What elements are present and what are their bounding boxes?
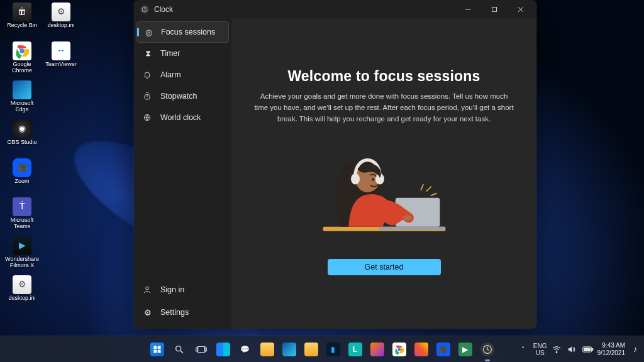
clock-app-window: Clock ◎ Focus sessions ⧗ xyxy=(134,0,536,329)
battery-icon[interactable] xyxy=(582,346,592,353)
taskbar-explorer[interactable] xyxy=(257,339,277,359)
taskbar-green[interactable]: ▶ xyxy=(455,339,475,359)
globe-icon xyxy=(143,113,153,122)
obs-icon: ◉ xyxy=(13,119,31,138)
file-icon: ⚙ xyxy=(13,275,31,294)
taskbar-chrome[interactable] xyxy=(389,339,409,359)
desktop-icon-ini2[interactable]: ⚙desktop.ini xyxy=(3,274,42,313)
nav-focus-sessions[interactable]: ◎ Focus sessions xyxy=(136,21,229,43)
edge-icon xyxy=(282,343,296,356)
nav-timer[interactable]: ⧗ Timer xyxy=(136,43,229,64)
svg-rect-24 xyxy=(153,349,157,353)
nav-alarm[interactable]: Alarm xyxy=(136,64,229,85)
desktop-icon-teams[interactable]: ṪMicrosoft Teams xyxy=(3,196,42,235)
chrome-icon xyxy=(392,343,406,356)
volume-icon[interactable] xyxy=(567,346,577,353)
chrome-icon xyxy=(13,41,31,60)
target-icon: ◎ xyxy=(143,28,153,37)
taskbar-center: 💬 ▮ L 🎥 ▶ xyxy=(147,339,497,359)
desktop: 🗑Recycle Bin Google Chrome Microsoft Edg… xyxy=(0,0,644,362)
taskbar-phone[interactable]: ▮ xyxy=(323,339,343,359)
desktop-icon-obs[interactable]: ◉OBS Studio xyxy=(3,118,42,157)
taskbar-clock-app[interactable] xyxy=(477,339,497,359)
taskbar-zoom[interactable]: 🎥 xyxy=(433,339,453,359)
recycle-bin-icon: 🗑 xyxy=(13,3,31,21)
svg-rect-30 xyxy=(204,348,206,351)
desktop-icon-teamviewer[interactable]: ↔TeamViewer xyxy=(42,40,80,79)
windows-icon xyxy=(150,343,164,356)
svg-rect-25 xyxy=(157,349,160,353)
notifications-button[interactable]: ♪ xyxy=(630,344,640,354)
folder-icon xyxy=(304,343,318,356)
svg-point-10 xyxy=(146,287,149,290)
nav-stopwatch[interactable]: Stopwatch xyxy=(136,85,229,107)
chat-icon: 💬 xyxy=(238,343,252,356)
stopwatch-icon xyxy=(143,92,153,101)
nav-label: Stopwatch xyxy=(160,92,197,101)
get-started-button[interactable]: Get started xyxy=(328,259,441,275)
green-icon: ▶ xyxy=(458,343,472,356)
desktop-icon-zoom[interactable]: 🎥Zoom xyxy=(3,157,42,196)
svg-point-34 xyxy=(556,351,557,353)
nav-sign-in[interactable]: Sign in xyxy=(136,278,229,301)
gear-icon: ⚙ xyxy=(143,308,153,317)
desktop-icon-filmora[interactable]: ▶Wondershare Filmora X xyxy=(3,235,42,274)
nav-label: Settings xyxy=(160,308,189,317)
svg-point-20 xyxy=(372,178,374,182)
svg-rect-28 xyxy=(197,346,205,352)
nav-label: Focus sessions xyxy=(161,28,215,36)
pix-icon xyxy=(414,343,428,356)
page-description: Achieve your goals and get more done wit… xyxy=(253,91,516,124)
language-indicator[interactable]: ENG US xyxy=(533,343,547,356)
taskbar-pix[interactable] xyxy=(411,339,431,359)
chat-button[interactable]: 💬 xyxy=(235,339,255,359)
svg-rect-22 xyxy=(153,346,157,349)
svg-rect-13 xyxy=(379,227,445,230)
zoom-icon: 🎥 xyxy=(436,343,450,356)
app-icon xyxy=(140,5,149,14)
wifi-icon[interactable] xyxy=(552,346,562,353)
search-button[interactable] xyxy=(169,339,189,359)
phone-icon: ▮ xyxy=(326,343,340,356)
bell-icon xyxy=(143,70,153,79)
filmora-icon: ▶ xyxy=(13,236,31,255)
widgets-button[interactable] xyxy=(213,339,233,359)
svg-rect-29 xyxy=(196,348,197,351)
minimize-button[interactable] xyxy=(455,1,481,18)
taskbar-l[interactable]: L xyxy=(345,339,365,359)
zoom-icon: 🎥 xyxy=(13,158,31,177)
edge-icon xyxy=(13,80,31,99)
teams-icon: Ṫ xyxy=(13,197,31,216)
task-view-button[interactable] xyxy=(191,339,211,359)
teamviewer-icon: ↔ xyxy=(52,41,70,60)
clock-icon xyxy=(480,343,494,356)
titlebar[interactable]: Clock xyxy=(134,0,536,19)
desktop-icon-ini[interactable]: ⚙desktop.ini xyxy=(42,1,80,40)
l-icon: L xyxy=(348,343,362,356)
svg-point-21 xyxy=(403,216,412,221)
taskbar-edge[interactable] xyxy=(279,339,299,359)
search-icon xyxy=(172,343,186,356)
start-button[interactable] xyxy=(147,339,167,359)
taskbar-firefox[interactable] xyxy=(367,339,387,359)
svg-rect-23 xyxy=(157,346,160,349)
svg-rect-36 xyxy=(592,348,593,350)
desktop-icon-recycle-bin[interactable]: 🗑Recycle Bin xyxy=(3,1,42,40)
task-view-icon xyxy=(194,343,208,356)
svg-line-15 xyxy=(426,187,431,191)
nav-world-clock[interactable]: World clock xyxy=(136,107,229,128)
maximize-button[interactable] xyxy=(481,1,508,18)
person-icon xyxy=(143,285,153,294)
nav-settings[interactable]: ⚙ Settings xyxy=(136,301,229,324)
main-panel: Welcome to focus sessions Achieve your g… xyxy=(231,19,536,329)
svg-point-18 xyxy=(350,173,359,185)
close-button[interactable] xyxy=(508,1,534,18)
taskbar-clock[interactable]: 9:43 AM 9/12/2021 xyxy=(597,342,626,357)
svg-rect-5 xyxy=(492,8,497,12)
tray-overflow-button[interactable]: ˄ xyxy=(518,346,528,353)
widgets-icon xyxy=(216,343,230,356)
desktop-icon-edge[interactable]: Microsoft Edge xyxy=(3,79,42,118)
taskbar-folder2[interactable] xyxy=(301,339,321,359)
desktop-icon-chrome[interactable]: Google Chrome xyxy=(3,40,42,79)
desktop-icons: 🗑Recycle Bin Google Chrome Microsoft Edg… xyxy=(3,1,84,328)
